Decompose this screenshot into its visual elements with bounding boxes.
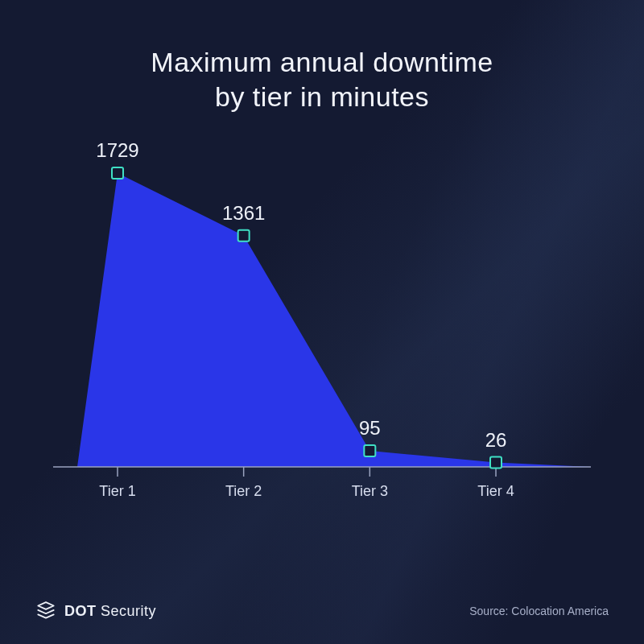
chart-title: Maximum annual downtime by tier in minut… [0, 0, 644, 114]
data-label: 1729 [96, 139, 138, 161]
footer: DOT Security Source: Colocation America [0, 601, 644, 621]
title-line-1: Maximum annual downtime [151, 47, 493, 77]
x-tick-label: Tier 3 [352, 483, 388, 499]
x-tick-label: Tier 4 [477, 483, 514, 499]
brand-part-1: DOT [64, 603, 97, 619]
source-label: Source: Colocation America [469, 605, 609, 617]
data-label: 26 [485, 429, 507, 451]
data-label: 95 [359, 417, 381, 439]
data-marker [364, 445, 375, 456]
data-marker [112, 167, 123, 179]
x-tick-label: Tier 1 [99, 483, 135, 499]
x-tick-label: Tier 2 [225, 483, 262, 499]
brand-text: DOT Security [64, 603, 156, 620]
data-marker [490, 457, 502, 469]
brand-part-2: Security [101, 603, 156, 619]
data-marker [238, 230, 250, 242]
chart-area: Tier 11729Tier 21361Tier 395Tier 426 [45, 137, 599, 507]
data-label: 1361 [222, 202, 265, 224]
title-line-2: by tier in minutes [215, 81, 429, 112]
brand-logo: DOT Security [35, 601, 156, 621]
stack-icon [35, 601, 56, 621]
area-chart: Tier 11729Tier 21361Tier 395Tier 426 [45, 137, 599, 507]
area-fill [77, 173, 591, 467]
